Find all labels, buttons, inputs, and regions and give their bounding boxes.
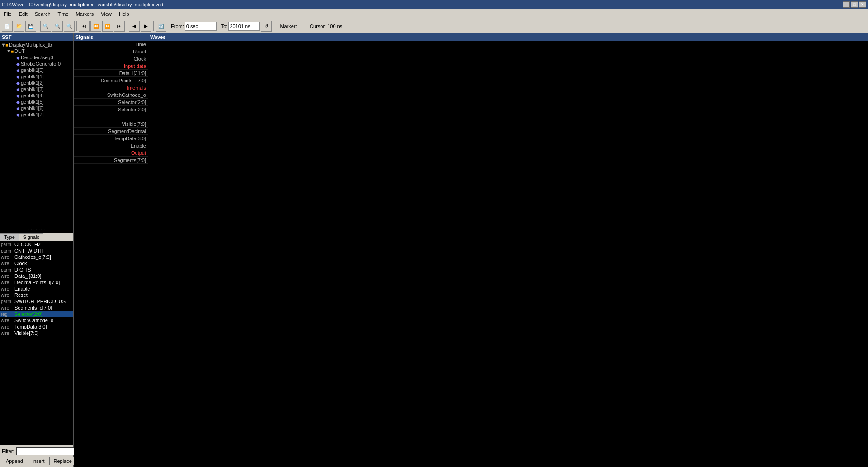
wave-label-selector1: Selector[2:0] <box>74 99 148 106</box>
wave-label-reset: Reset <box>74 48 148 55</box>
menu-item-edit[interactable]: Edit <box>15 10 31 18</box>
tree-item-gen6[interactable]: ◆ genblk1[6] <box>12 105 72 111</box>
wave-label-segments: Segments[7:0] <box>74 157 148 164</box>
next-button[interactable]: ⏩ <box>102 21 113 32</box>
signal-name-switch-cathode: SwitchCathode_o <box>14 318 72 323</box>
wave-signals: Reset Clock Input data Data_i[31:0] Deci… <box>74 48 148 467</box>
menu-item-time[interactable]: Time <box>54 10 72 18</box>
wave-label-visible: Visible[7:0] <box>74 120 148 128</box>
signal-type-selector: reg <box>1 312 14 317</box>
append-button[interactable]: Append <box>2 457 27 465</box>
tree-item-tb[interactable]: ▼ ■ DisplayMultiplex_tb <box>1 42 72 48</box>
prev-marker-button[interactable]: ⏮ <box>79 21 90 32</box>
tree-item-gen5[interactable]: ◆ genblk1[5] <box>12 99 72 105</box>
signal-type-cnt-width: parm <box>1 248 14 253</box>
type-signals-tabs: Type Signals <box>0 233 73 241</box>
wave-label-clock: Clock <box>74 55 148 62</box>
signal-type-switch: parm <box>1 299 14 304</box>
zoom-in-button[interactable]: 🔍 <box>52 21 63 32</box>
wave-label-tempdata: TempData[3:0] <box>74 135 148 142</box>
menu-item-markers[interactable]: Markers <box>72 10 98 18</box>
tree-item-gen2[interactable]: ◆ genblk1[2] <box>12 80 72 86</box>
tree-item-gen4[interactable]: ◆ genblk1[4] <box>12 92 72 99</box>
tree-item-dut[interactable]: ▼ ■ DUT <box>6 48 72 54</box>
close-button[interactable]: ✕ <box>859 1 866 8</box>
menu-item-help[interactable]: Help <box>115 10 133 18</box>
refresh-button[interactable]: 🔄 <box>156 21 166 32</box>
filter-input[interactable] <box>16 447 80 455</box>
cursor-label: Cursor: 100 ns <box>310 24 342 29</box>
save-button[interactable]: 💾 <box>25 21 36 32</box>
signal-name-selector: Selector[2:0] <box>14 311 72 317</box>
signal-row-digits[interactable]: parm DIGITS <box>0 267 73 273</box>
prev-button[interactable]: ⏪ <box>90 21 101 32</box>
from-input[interactable] <box>185 22 217 31</box>
menu-item-search[interactable]: Search <box>31 10 54 18</box>
signals-header: Signals <box>74 33 148 41</box>
signal-type-tempdata: wire <box>1 324 14 329</box>
to-input[interactable] <box>228 22 260 31</box>
insert-button[interactable]: Insert <box>28 457 49 465</box>
sst-tree[interactable]: ▼ ■ DisplayMultiplex_tb ▼ ■ DUT ◆ Decode… <box>0 41 73 226</box>
tab-signals[interactable]: Signals <box>19 233 43 241</box>
minimize-button[interactable]: ─ <box>843 1 850 8</box>
signal-row-tempdata[interactable]: wire TempData[3:0] <box>0 324 73 330</box>
signal-name-clock: Clock <box>14 261 72 266</box>
tree-item-gen3[interactable]: ◆ genblk1[3] <box>12 86 72 92</box>
signal-row-reset[interactable]: wire Reset <box>0 292 73 298</box>
signal-row-cnt-width[interactable]: parm CNT_WIDTH <box>0 248 73 254</box>
main: SST ▼ ■ DisplayMultiplex_tb ▼ ■ DUT ◆ De… <box>0 33 868 467</box>
new-button[interactable]: 📄 <box>2 21 13 32</box>
sst-header: SST <box>0 33 73 41</box>
signal-type-data-i: wire <box>1 274 14 279</box>
maximize-button[interactable]: □ <box>851 1 858 8</box>
sst-panel: SST ▼ ■ DisplayMultiplex_tb ▼ ■ DUT ◆ De… <box>0 33 74 467</box>
signal-name-clock-hz: CLOCK_HZ <box>14 242 72 247</box>
back-button[interactable]: ◀ <box>129 21 140 32</box>
wave-label-switchcathode: SwitchCathode_o <box>74 91 148 99</box>
signal-row-switch-cathode[interactable]: wire SwitchCathode_o <box>0 317 73 324</box>
wave-label-data-i: Data_i[31:0] <box>74 70 148 77</box>
open-button[interactable]: 📂 <box>14 21 24 32</box>
signal-type-clock-hz: parm <box>1 242 14 247</box>
titlebar: GTKWave - C:\verilog\display_multiplexed… <box>0 0 868 9</box>
wave-label-internals: Internals <box>74 84 148 91</box>
signal-row-selector[interactable]: reg Selector[2:0] <box>0 311 73 317</box>
signal-row-cathodes[interactable]: wire Cathodes_o[7:0] <box>0 254 73 260</box>
signal-row-enable[interactable]: wire Enable <box>0 286 73 292</box>
tree-item-gen0[interactable]: ◆ genblk1[0] <box>12 67 72 73</box>
signal-name-enable: Enable <box>14 286 72 291</box>
tree-item-gen1[interactable]: ◆ genblk1[1] <box>12 73 72 80</box>
menubar: FileEditSearchTimeMarkersViewHelp <box>0 9 868 19</box>
menu-item-file[interactable]: File <box>0 10 15 18</box>
signal-row-segments-o[interactable]: wire Segments_o[7:0] <box>0 305 73 311</box>
signals-list[interactable]: parm CLOCK_HZ parm CNT_WIDTH wire Cathod… <box>0 241 73 445</box>
marker-label: Marker: -- <box>280 24 302 29</box>
wave-label-enable: Enable <box>74 142 148 149</box>
signal-name-segments-o: Segments_o[7:0] <box>14 305 72 310</box>
tab-type[interactable]: Type <box>0 233 19 241</box>
menu-item-view[interactable]: View <box>97 10 115 18</box>
signal-row-visible[interactable]: wire Visible[7:0] <box>0 330 73 336</box>
tree-item-decoder[interactable]: ◆ Decoder7seg0 <box>12 54 72 61</box>
tree-item-strobe[interactable]: ◆ StrobeGenerator0 <box>12 61 72 67</box>
signal-name-cnt-width: CNT_WIDTH <box>14 248 72 253</box>
signal-row-switch[interactable]: parm SWITCH_PERIOD_US <box>0 298 73 305</box>
zoom-fit-button[interactable]: 🔍 <box>64 21 75 32</box>
signal-name-digits: DIGITS <box>14 267 72 272</box>
signal-row-data-i[interactable]: wire Data_i[31:0] <box>0 273 73 279</box>
zoom-out-button[interactable]: 🔍 <box>40 21 51 32</box>
signal-name-reset: Reset <box>14 292 72 298</box>
to-label: To: <box>221 24 228 29</box>
signal-row-decimal[interactable]: wire DecimalPoints_i[7:0] <box>0 279 73 286</box>
signal-row-clock-hz[interactable]: parm CLOCK_HZ <box>0 241 73 248</box>
tree-item-gen7[interactable]: ◆ genblk1[7] <box>12 111 72 118</box>
next-marker-button[interactable]: ⏭ <box>114 21 125 32</box>
forward-button[interactable]: ▶ <box>141 21 151 32</box>
signal-row-clock[interactable]: wire Clock <box>0 260 73 267</box>
replace-button[interactable]: Replace <box>49 457 75 465</box>
waves-canvas[interactable] <box>148 41 868 460</box>
apply-button[interactable]: ↺ <box>261 21 272 32</box>
separator4 <box>153 21 154 31</box>
wave-label-selector2: Selector[2:0] <box>74 106 148 113</box>
